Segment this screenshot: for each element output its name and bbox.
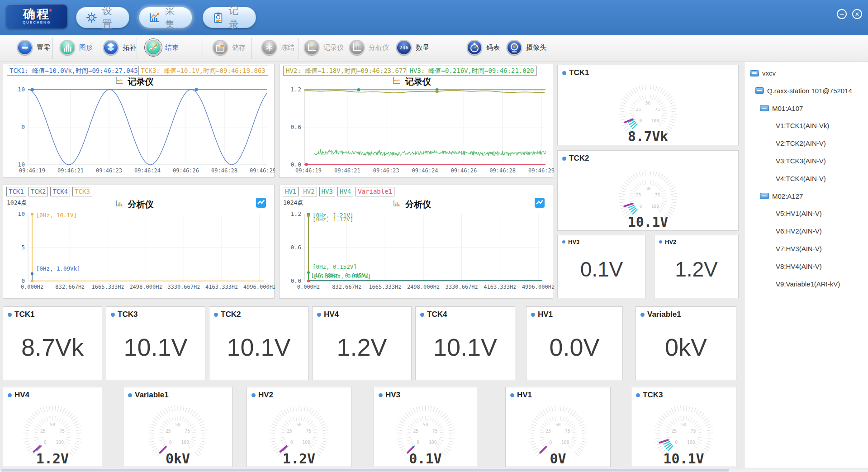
svg-text:0: 0 xyxy=(549,440,552,445)
toolbar-separator xyxy=(137,38,137,59)
save-icon xyxy=(213,40,228,55)
panel-channel-label: TCK3 xyxy=(111,310,138,319)
topology-icon xyxy=(104,41,118,54)
panel-channel-label-text: TCK4 xyxy=(427,310,447,319)
bullet-icon xyxy=(562,71,566,75)
toolbar-item-topology[interactable]: 拓补 xyxy=(103,40,136,55)
gauge-value: 8.7Vk xyxy=(628,129,668,144)
logo-subtitle: QUECHENG xyxy=(23,20,51,25)
zero-icon xyxy=(17,40,33,55)
settings-button[interactable]: 设置 xyxy=(76,7,129,28)
panel-channel-label: TCK1 xyxy=(8,310,34,319)
digital-value: 10.1V xyxy=(209,333,308,361)
tree-item-label: V1:TCK1(AIN-Vk) xyxy=(776,122,829,129)
panel-channel-label-text: TCK2 xyxy=(221,310,241,319)
digital-value: 10.1V xyxy=(416,333,515,361)
svg-text:75: 75 xyxy=(691,429,696,434)
toolbar-item-recorder[interactable]: 记录仪 xyxy=(304,40,344,55)
tree-item-label: Q.raxx-station 101@752014 xyxy=(767,87,852,95)
y-axis-label: 0.6 xyxy=(291,124,301,130)
svg-text:100: 100 xyxy=(561,440,569,445)
panel-channel-label: TCK4 xyxy=(420,310,447,319)
tree-item-label: V3:TCK3(AIN-V) xyxy=(776,157,826,165)
tree-item-V7[interactable]: V7:HV3(AIN-V) xyxy=(776,245,822,253)
y-axis-label: 0.0 xyxy=(291,277,301,284)
x-axis-label: 09:46:29 xyxy=(528,167,554,174)
tree-item-V1[interactable]: V1:TCK1(AIN-Vk) xyxy=(776,122,829,129)
y-axis-label: 0 xyxy=(21,124,25,130)
tree-collapse-icon[interactable] xyxy=(760,193,769,199)
tree-item-V5[interactable]: V5:HV1(AIN-V) xyxy=(776,210,822,217)
record-button[interactable]: 记录 xyxy=(203,7,256,28)
digital-panel-HV1: HV10.0V xyxy=(526,306,623,380)
panel-channel-label: HV2 xyxy=(659,238,676,245)
analyzer-panel-right: HV1HV2HV3HV4Variable11024点分析仪1.20.60.00.… xyxy=(279,185,553,299)
toolbar-item-camera[interactable]: 摄像头 xyxy=(507,40,546,55)
svg-text:100: 100 xyxy=(181,440,189,445)
recorder-panel-right: HV2: 峰值=1.18V,时间=09:46:23.677HV3: 峰值=0.2… xyxy=(279,64,553,178)
tree-item-label: vxcv xyxy=(762,69,776,77)
acquire-button[interactable]: 采集 xyxy=(139,7,192,28)
digital-value: 8.7Vk xyxy=(3,333,102,361)
toolbar-item-stopwatch[interactable]: 码表 xyxy=(467,40,500,55)
finish-icon xyxy=(146,40,161,55)
x-axis-label: 09:46:29 xyxy=(250,167,275,174)
minimize-button[interactable]: ─ xyxy=(837,9,847,19)
tree-item-V8[interactable]: V8:HV4(AIN-V) xyxy=(776,262,822,270)
digital-display-icon: 246 xyxy=(397,41,411,54)
tree-collapse-icon[interactable] xyxy=(755,87,764,94)
svg-text:75: 75 xyxy=(306,429,311,434)
gauge-panel-HV3: HV302550751000.1V xyxy=(374,387,477,467)
chart-plot: 10500.000Hz832.667Hz1665.333Hz2498.000Hz… xyxy=(3,185,275,299)
scrollbar-thumb[interactable] xyxy=(1,469,729,472)
digital-value: 1.2V xyxy=(655,257,738,281)
tree-item-M02[interactable]: M02:A127 xyxy=(760,192,803,200)
tree-item-M01[interactable]: M01:A107 xyxy=(760,105,803,112)
bullet-icon xyxy=(562,240,565,243)
spectrum-annotation: [46.88Hz, 0.002V] xyxy=(313,273,371,280)
tree-collapse-icon[interactable] xyxy=(750,70,759,76)
svg-text:50: 50 xyxy=(423,422,428,427)
finish-icon xyxy=(147,41,160,54)
svg-text:100: 100 xyxy=(651,204,659,209)
tree-item-label: V9:Variable1(ARI-kV) xyxy=(776,280,840,288)
analyzer-panel-left: TCK1TCK2TCK4TCK31024点分析仪10500.000Hz832.6… xyxy=(3,185,275,299)
tree-item-Q.raxx-station 101@752014[interactable]: Q.raxx-station 101@752014 xyxy=(755,87,852,95)
toolbar-item-label: 冻结 xyxy=(281,43,294,52)
close-button[interactable]: ✕ xyxy=(852,9,862,19)
x-axis-label: 4163.333Hz xyxy=(205,284,238,290)
bullet-icon xyxy=(214,313,218,317)
toolbar-item-finish[interactable]: 结束 xyxy=(146,40,179,55)
tree-item-V2[interactable]: V2:TCK2(AIN-V) xyxy=(776,139,826,147)
svg-text:0: 0 xyxy=(417,440,419,445)
tree-item-V4[interactable]: V4:TCK4(AIN-V) xyxy=(776,175,826,182)
toolbar-item-save[interactable]: 储存 xyxy=(213,40,246,55)
gauge-value: 10.1V xyxy=(663,451,704,466)
toolbar-item-graph[interactable]: 图形 xyxy=(60,40,93,55)
tree-item-V6[interactable]: V6:HV2(AIN-V) xyxy=(776,227,822,235)
camera-icon xyxy=(508,41,521,54)
toolbar-item-digital-display[interactable]: 246数显 xyxy=(396,40,429,55)
x-axis-label: 09:46:23 xyxy=(96,167,122,174)
tree-item-V3[interactable]: V3:TCK3(AIN-V) xyxy=(776,157,826,165)
svg-text:75: 75 xyxy=(432,429,438,434)
tree-item-label: M01:A107 xyxy=(772,105,803,112)
bullet-icon xyxy=(531,313,535,317)
tree-item-vxcv[interactable]: vxcv xyxy=(750,69,776,77)
svg-text:0: 0 xyxy=(169,440,172,445)
toolbar-item-analyzer[interactable]: 分析仪 xyxy=(349,40,389,55)
digital-panel-TCK3: TCK310.1V xyxy=(106,306,205,380)
toolbar-item-zero[interactable]: 置零 xyxy=(17,40,50,55)
zero-icon xyxy=(18,41,32,54)
spectrum-annotation: [0Hz, 1.09Vk] xyxy=(36,265,81,272)
recorder-icon xyxy=(304,40,319,55)
app-window: { "window": {"minimize_glyph": "─", "clo… xyxy=(0,0,868,472)
analyzer-icon xyxy=(350,41,364,54)
tree-item-V9[interactable]: V9:Variable1(ARI-kV) xyxy=(776,280,840,288)
tree-collapse-icon[interactable] xyxy=(760,105,769,111)
gauge-panel-TCK2: TCK2025507510010.1V xyxy=(557,150,739,231)
bullet-icon xyxy=(111,313,115,317)
svg-text:0: 0 xyxy=(675,440,678,445)
save-icon xyxy=(213,41,227,54)
toolbar-item-freeze[interactable]: 冻结 xyxy=(261,40,294,55)
